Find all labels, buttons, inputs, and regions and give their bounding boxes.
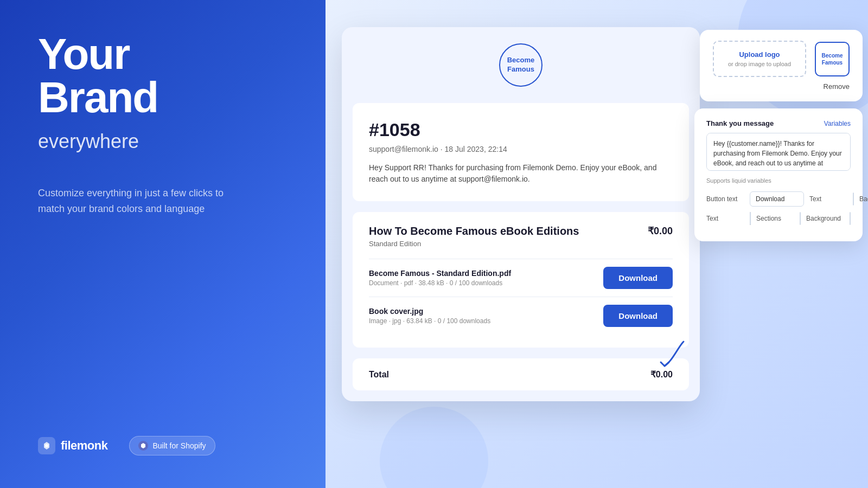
product-edition: Standard Edition — [369, 240, 673, 248]
product-price: ₹0.00 — [648, 225, 673, 237]
section-colors-row: Text Sections Background — [706, 212, 851, 225]
logo-text: filemonk — [61, 439, 107, 453]
brand-circle: Become Famous — [499, 43, 542, 87]
email-card: Become Famous #1058 support@filemonk.io … — [342, 27, 700, 401]
text-color-swatch[interactable] — [853, 192, 854, 206]
order-message: Hey Support RR! Thanks for purchasing fr… — [369, 162, 673, 185]
text-label: Text — [809, 195, 847, 203]
remove-link[interactable]: Remove — [713, 82, 850, 91]
upload-preview-text: Become Famous — [822, 52, 843, 66]
order-number: #1058 — [369, 119, 673, 140]
brand-circle-text: Become Famous — [507, 56, 535, 74]
download-button-2[interactable]: Download — [603, 305, 673, 327]
product-title-row: How To Become Famous eBook Editions ₹0.0… — [369, 225, 673, 237]
left-panel: Your Brand everywhere Customize everythi… — [0, 0, 326, 488]
file-name-1: Become Famous - Standard Edition.pdf — [369, 269, 511, 278]
file-item-2: Book cover.jpg Image · jpg · 63.84 kB · … — [369, 297, 673, 335]
text-color-swatch-2[interactable] — [750, 212, 751, 225]
liquid-note: Supports liquid variables — [706, 177, 851, 184]
file-meta-2: Image · jpg · 63.84 kB · 0 / 100 downloa… — [369, 317, 490, 325]
bottom-bar: filemonk Built for Shopify — [38, 436, 288, 455]
arrow-decoration — [651, 331, 694, 374]
thankyou-title: Thank you message — [706, 119, 774, 127]
thankyou-header: Thank you message Variables — [706, 119, 851, 127]
total-section: Total ₹0.00 — [353, 358, 689, 390]
order-meta: support@filemonk.io · 18 Jul 2023, 22:14 — [369, 145, 673, 153]
email-body: #1058 support@filemonk.io · 18 Jul 2023,… — [353, 103, 689, 201]
background-label-2: Background — [806, 215, 844, 222]
total-label: Total — [369, 370, 389, 380]
shopify-badge-label: Built for Shopify — [152, 441, 206, 450]
thankyou-textarea[interactable] — [706, 133, 851, 171]
upload-preview: Become Famous — [815, 42, 850, 76]
email-header: Become Famous — [342, 27, 700, 103]
button-text-input[interactable] — [750, 191, 804, 207]
logo-area: filemonk — [38, 437, 107, 454]
button-text-label: Button text — [706, 195, 744, 203]
hero-title: Your Brand — [38, 33, 288, 119]
product-section: How To Become Famous eBook Editions ₹0.0… — [353, 212, 689, 348]
download-button-1[interactable]: Download — [603, 267, 673, 289]
file-info-1: Become Famous - Standard Edition.pdf Doc… — [369, 269, 511, 287]
hero-description: Customize everything in just a few click… — [38, 185, 244, 217]
filemonk-icon — [38, 437, 55, 454]
file-name-2: Book cover.jpg — [369, 307, 490, 316]
file-item-1: Become Famous - Standard Edition.pdf Doc… — [369, 259, 673, 297]
shopify-icon — [138, 441, 148, 451]
upload-area: Upload logo or drop image to upload Beco… — [713, 41, 850, 77]
file-meta-1: Document · pdf · 38.48 kB · 0 / 100 down… — [369, 279, 511, 287]
shopify-badge[interactable]: Built for Shopify — [129, 436, 215, 455]
upload-subtitle: or drop image to upload — [723, 61, 796, 67]
sections-color-swatch[interactable] — [800, 212, 801, 225]
background-label: Background — [859, 195, 868, 203]
button-text-row: Button text Text Background — [706, 191, 851, 207]
right-panel: Become Famous #1058 support@filemonk.io … — [326, 0, 868, 488]
sections-label: Sections — [756, 215, 794, 222]
bg-decoration-2 — [380, 407, 488, 488]
upload-title: Upload logo — [723, 50, 796, 59]
svg-point-0 — [45, 444, 48, 447]
thankyou-card: Thank you message Variables Supports liq… — [694, 108, 863, 241]
product-title-text: How To Become Famous eBook Editions — [369, 225, 579, 237]
background-color-swatch-2[interactable] — [850, 212, 851, 225]
text-label-2: Text — [706, 215, 744, 222]
file-info-2: Book cover.jpg Image · jpg · 63.84 kB · … — [369, 307, 490, 325]
upload-dropzone[interactable]: Upload logo or drop image to upload — [713, 41, 806, 77]
hero-subtitle: everywhere — [38, 130, 288, 153]
variables-link[interactable]: Variables — [824, 120, 851, 127]
upload-card: Upload logo or drop image to upload Beco… — [700, 30, 863, 101]
